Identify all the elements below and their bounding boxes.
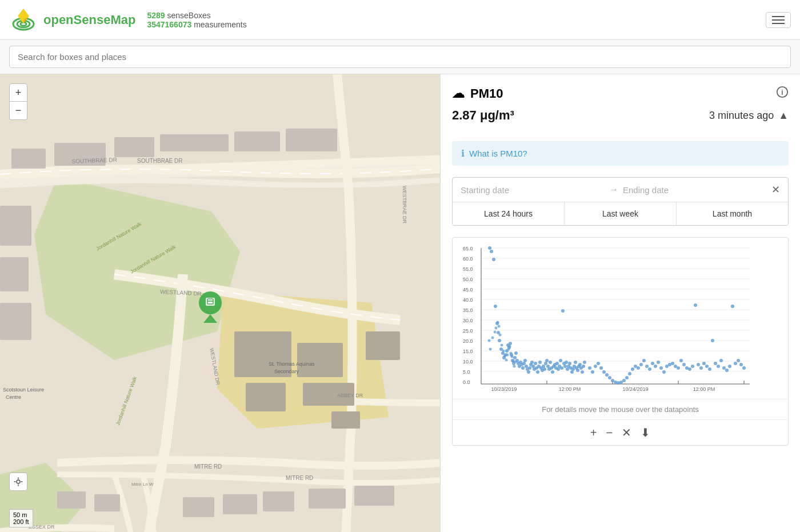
svg-rect-22 (246, 383, 286, 411)
svg-point-152 (551, 370, 554, 374)
svg-point-219 (697, 363, 700, 366)
zoom-in-button[interactable]: + (9, 83, 27, 102)
svg-point-231 (731, 305, 734, 308)
svg-point-187 (605, 373, 609, 377)
svg-text:Mitre Ln W: Mitre Ln W (131, 482, 154, 487)
svg-point-205 (657, 361, 660, 364)
svg-text:12:00 PM: 12:00 PM (559, 386, 581, 392)
chart-zoom-in-button[interactable]: + (590, 426, 597, 439)
svg-rect-27 (57, 491, 86, 509)
svg-point-189 (611, 379, 614, 382)
search-input[interactable] (9, 46, 791, 68)
svg-rect-17 (286, 129, 337, 151)
zoom-out-button[interactable]: − (9, 102, 27, 120)
svg-point-176 (578, 363, 582, 366)
svg-point-183 (594, 365, 597, 368)
svg-point-200 (642, 359, 646, 362)
svg-text:i: i (781, 89, 783, 97)
svg-point-102 (490, 250, 493, 253)
preset-row: Last 24 hours Last week Last month (453, 202, 788, 225)
svg-point-184 (597, 362, 600, 365)
svg-point-220 (699, 366, 703, 370)
hamburger-button[interactable] (766, 12, 791, 28)
svg-point-239 (494, 331, 497, 334)
svg-rect-16 (234, 131, 280, 151)
svg-text:10/23/2019: 10/23/2019 (491, 386, 517, 392)
svg-point-56 (17, 480, 20, 483)
svg-point-206 (659, 366, 663, 370)
svg-point-119 (513, 356, 517, 359)
svg-rect-31 (263, 491, 294, 511)
chart-zoom-out-button[interactable]: − (606, 426, 613, 439)
svg-point-103 (492, 258, 495, 261)
svg-point-248 (506, 354, 509, 357)
svg-point-255 (514, 361, 517, 363)
logo-text: openSenseMap (43, 13, 135, 27)
what-is-pm10-link[interactable]: What is PM10? (469, 149, 527, 158)
svg-text:60.0: 60.0 (463, 256, 473, 262)
svg-point-132 (528, 366, 531, 370)
last-month-button[interactable]: Last month (677, 202, 788, 225)
svg-point-141 (538, 361, 542, 364)
svg-point-225 (714, 362, 717, 365)
last-24-hours-button[interactable]: Last 24 hours (453, 202, 565, 225)
svg-point-164 (565, 361, 568, 364)
chart-container: 65.0 60.0 55.0 50.0 45.0 40.0 35.0 30.0 … (452, 237, 789, 446)
svg-point-246 (503, 355, 506, 358)
clear-date-button[interactable]: ✕ (771, 183, 780, 196)
svg-rect-12 (11, 149, 46, 169)
search-bar-container (0, 40, 800, 74)
svg-point-254 (513, 365, 516, 368)
svg-point-232 (734, 362, 737, 365)
svg-point-252 (511, 355, 514, 358)
svg-point-214 (682, 363, 686, 366)
svg-text:Centre: Centre (6, 394, 21, 400)
info-box-icon: ℹ (461, 148, 465, 159)
last-week-button[interactable]: Last week (565, 202, 677, 225)
collapse-button[interactable]: ▲ (778, 110, 789, 122)
svg-point-230 (728, 365, 731, 368)
svg-point-198 (637, 366, 640, 370)
cloud-icon: ☁ (452, 86, 465, 101)
svg-point-249 (507, 348, 510, 351)
svg-point-223 (708, 367, 711, 371)
svg-point-192 (619, 381, 623, 384)
svg-point-237 (489, 348, 492, 351)
svg-point-241 (497, 321, 499, 324)
main-content: SOUTHBRAE DR SOUTHBRAE DR WESTBRAE DR WE… (0, 74, 800, 532)
chart-reset-button[interactable]: ✕ (622, 426, 631, 439)
svg-point-180 (583, 361, 586, 364)
measurement-value: 2.87 μg/m³ (452, 108, 514, 123)
svg-point-181 (588, 366, 591, 370)
measurement-time-area: 3 minutes ago ▲ (709, 110, 789, 122)
svg-point-197 (634, 365, 637, 368)
svg-point-202 (648, 367, 651, 371)
svg-text:40.0: 40.0 (463, 297, 473, 303)
svg-text:ABBEY DR: ABBEY DR (337, 393, 363, 398)
svg-point-201 (645, 365, 649, 368)
svg-point-233 (737, 359, 740, 362)
sensor-header: ☁ PM10 i (452, 86, 789, 101)
chart-controls: + − ✕ ⬇ (453, 419, 788, 445)
sensor-info-button[interactable]: i (776, 86, 789, 101)
measurement-time: 3 minutes ago (709, 110, 774, 122)
svg-point-229 (725, 369, 729, 372)
svg-point-101 (488, 246, 491, 250)
sensor-title: ☁ PM10 (452, 86, 503, 101)
locate-button[interactable] (9, 473, 27, 491)
svg-text:30.0: 30.0 (463, 318, 473, 323)
svg-point-238 (491, 337, 494, 339)
svg-point-250 (509, 345, 511, 348)
svg-text:20.0: 20.0 (463, 338, 473, 344)
svg-point-196 (631, 367, 634, 371)
svg-point-188 (608, 376, 611, 379)
map-background: SOUTHBRAE DR SOUTHBRAE DR WESTBRAE DR WE… (0, 74, 440, 532)
svg-point-228 (722, 366, 726, 370)
svg-point-234 (739, 363, 743, 366)
svg-point-203 (651, 362, 654, 365)
svg-point-242 (498, 325, 501, 328)
chart-download-button[interactable]: ⬇ (641, 426, 650, 439)
svg-point-131 (527, 370, 530, 374)
date-picker: Starting date → Ending date ✕ Last 24 ho… (452, 177, 789, 226)
svg-rect-32 (309, 489, 346, 509)
